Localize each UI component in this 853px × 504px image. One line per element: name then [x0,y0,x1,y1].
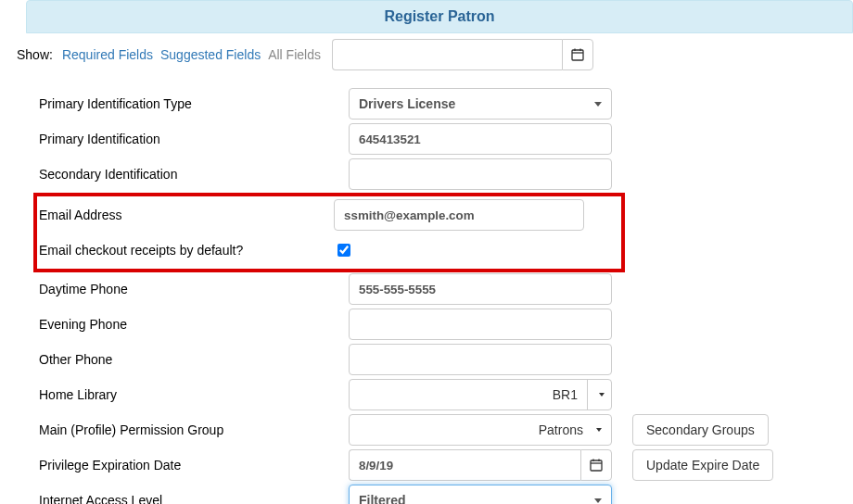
row-other-phone: Other Phone [39,343,853,376]
eve-phone-input[interactable] [349,309,612,340]
show-toolbar: Show: Required Fields Suggested Fields A… [17,39,853,70]
svg-rect-4 [591,460,602,471]
calendar-icon [590,459,603,472]
update-expire-button[interactable]: Update Expire Date [632,449,773,481]
row-email-receipts: Email checkout receipts by default? [39,233,584,267]
label-email: Email Address [39,206,321,224]
page-title-bar: Register Patron [26,0,853,33]
svg-rect-0 [572,50,583,60]
priv-exp-input[interactable] [349,449,580,481]
day-phone-input[interactable] [349,273,612,305]
other-phone-input[interactable] [349,344,612,375]
email-input[interactable] [334,199,584,231]
page-title: Register Patron [384,8,494,24]
row-perm-group: Main (Profile) Permission Group Patrons … [39,413,853,447]
email-receipts-checkbox[interactable] [337,244,350,257]
secondary-id-input[interactable] [349,158,612,190]
label-primary-id: Primary Identification [39,130,336,148]
home-library-select[interactable]: BR1 [349,379,612,410]
label-primary-id-type: Primary Identification Type [39,94,336,113]
secondary-groups-button[interactable]: Secondary Groups [632,414,769,446]
chevron-down-icon [594,498,602,503]
row-day-phone: Daytime Phone [39,272,853,306]
calendar-icon [571,48,584,61]
show-required-link[interactable]: Required Fields [62,47,153,62]
label-eve-phone: Evening Phone [39,315,336,334]
label-home-library: Home Library [39,385,336,404]
row-priv-exp: Privilege Expiration Date Update Expire … [39,448,853,482]
row-primary-id: Primary Identification [39,122,853,156]
primary-id-type-select[interactable]: Drivers License [349,88,612,120]
row-home-library: Home Library BR1 [39,378,853,411]
label-email-receipts: Email checkout receipts by default? [39,241,321,259]
show-label: Show: [17,47,53,62]
primary-id-input[interactable] [349,123,612,155]
chevron-down-icon [599,393,605,397]
chevron-down-icon [596,428,602,432]
label-perm-group: Main (Profile) Permission Group [39,421,336,439]
toolbar-date-input[interactable] [332,39,562,70]
email-highlight-box: Email Address Email checkout receipts by… [33,193,625,272]
show-suggested-link[interactable]: Suggested Fields [160,47,261,62]
label-internet: Internet Access Level [39,491,336,504]
row-internet: Internet Access Level Filtered [39,484,853,504]
label-other-phone: Other Phone [39,350,336,369]
chevron-down-icon [594,102,602,107]
label-day-phone: Daytime Phone [39,280,336,298]
row-email: Email Address [39,198,584,232]
perm-group-select[interactable]: Patrons [349,414,612,446]
internet-access-select[interactable]: Filtered [349,485,612,504]
form-area: Primary Identification Type Drivers Lice… [39,87,853,504]
row-primary-id-type: Primary Identification Type Drivers Lice… [39,87,853,120]
toolbar-calendar-button[interactable] [562,39,593,70]
label-secondary-id: Secondary Identification [39,165,336,183]
label-priv-exp: Privilege Expiration Date [39,456,336,474]
row-secondary-id: Secondary Identification [39,158,853,191]
row-eve-phone: Evening Phone [39,308,853,341]
show-all-current: All Fields [268,47,321,62]
priv-exp-calendar-button[interactable] [580,449,612,481]
